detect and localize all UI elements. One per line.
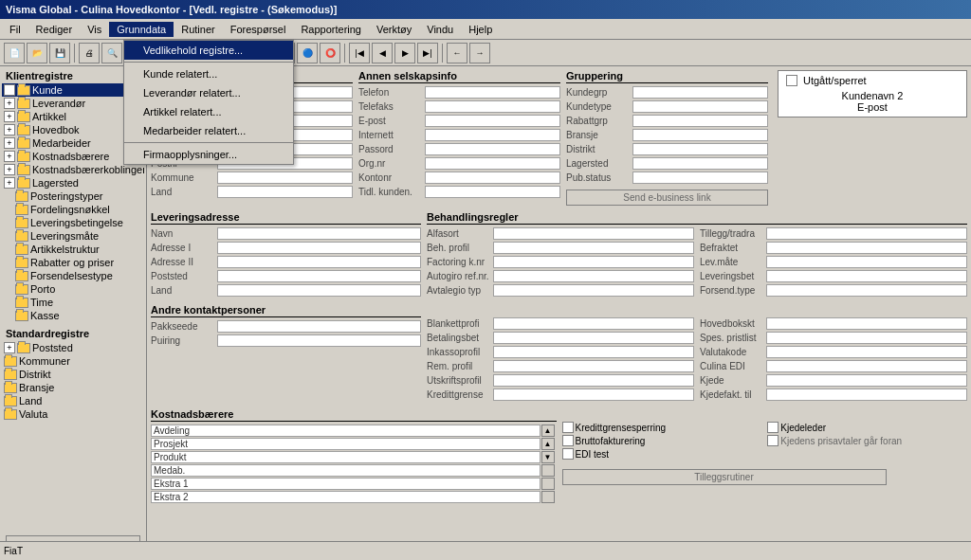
- dropdown-medarbeider[interactable]: Medarbeider relatert...: [124, 121, 293, 140]
- input-kundegrp[interactable]: [632, 86, 768, 99]
- tree-item-porto[interactable]: Porto: [2, 282, 144, 296]
- tree-item-forsendelsestype[interactable]: Forsendelsestype: [2, 269, 144, 282]
- input-ekstra1[interactable]: Ekstra 1: [151, 478, 540, 490]
- input-avtalegiro[interactable]: [493, 284, 694, 297]
- tree-item-poststed[interactable]: + Poststed: [2, 341, 144, 354]
- input-lev-land[interactable]: [217, 284, 421, 297]
- input-medab[interactable]: Medab.: [151, 464, 540, 477]
- input-telefaks[interactable]: [425, 100, 560, 113]
- toolbar-first[interactable]: |◀: [349, 43, 370, 63]
- input-ekstra2[interactable]: Ekstra 2: [151, 491, 540, 503]
- toolbar-print[interactable]: 🖨: [79, 43, 100, 63]
- input-lev-poststed[interactable]: [217, 270, 421, 282]
- input-land[interactable]: [217, 186, 353, 198]
- input-pakkseede[interactable]: [217, 320, 421, 333]
- scroll-prosjekt[interactable]: ▲: [541, 438, 555, 450]
- bruttofakturering-checkbox[interactable]: [562, 435, 574, 446]
- expand-lagersted[interactable]: +: [4, 177, 15, 189]
- dropdown-artikkel[interactable]: Artikkel relatert...: [124, 102, 293, 121]
- input-kjedefakt[interactable]: [766, 388, 967, 401]
- scroll-ekstra1[interactable]: [541, 478, 555, 490]
- toolbar-open[interactable]: 📂: [27, 43, 47, 63]
- input-kredittgrense[interactable]: [493, 388, 694, 401]
- input-behprofil[interactable]: [493, 242, 694, 254]
- expand-kunde[interactable]: +: [4, 84, 15, 96]
- dropdown-kunde[interactable]: Kunde relatert...: [124, 64, 293, 83]
- menu-foresporsel[interactable]: Forespørsel: [223, 22, 294, 37]
- input-passord[interactable]: [425, 143, 560, 155]
- input-tidlkunden[interactable]: [425, 186, 560, 198]
- toolbar-prev[interactable]: ◀: [372, 43, 393, 63]
- input-avdeling[interactable]: Avdeling: [151, 425, 540, 437]
- input-kjede[interactable]: [766, 374, 967, 387]
- scroll-medab[interactable]: [541, 464, 555, 477]
- tree-item-fordelingsnokkel[interactable]: Fordelingsnøkkel: [2, 203, 144, 216]
- menu-vindu[interactable]: Vindu: [419, 22, 461, 37]
- input-blankettprofi[interactable]: [493, 317, 694, 330]
- menu-rapportering[interactable]: Rapportering: [293, 22, 369, 37]
- input-spespristlist[interactable]: [766, 332, 967, 344]
- input-factoringnr[interactable]: [493, 256, 694, 268]
- input-lagersted[interactable]: [632, 157, 768, 170]
- expand-artikkel[interactable]: +: [4, 111, 15, 122]
- tree-item-land[interactable]: Land: [2, 394, 144, 407]
- tree-item-posteringstyper[interactable]: Posteringstyper: [2, 190, 144, 203]
- input-distrikt[interactable]: [632, 143, 768, 155]
- toolbar-next[interactable]: ▶: [394, 43, 415, 63]
- toolbar-last[interactable]: ▶|: [417, 43, 438, 63]
- input-hovedbokskt[interactable]: [766, 317, 967, 330]
- kredittgrensesperring-checkbox[interactable]: [562, 422, 574, 433]
- input-produkt[interactable]: Produkt: [151, 451, 540, 463]
- scroll-ekstra2[interactable]: [541, 491, 555, 503]
- dropdown-vedlikehold[interactable]: Vedlikehold registre...: [124, 41, 293, 60]
- input-rabattgrp[interactable]: [632, 115, 768, 127]
- tree-item-kommuner[interactable]: Kommuner: [2, 354, 144, 368]
- expand-medarbeider[interactable]: +: [4, 137, 15, 149]
- kjedens-prisavtaler-checkbox[interactable]: [767, 435, 779, 446]
- tree-item-leveringsbetingelse[interactable]: Leveringsbetingelse: [2, 216, 144, 229]
- input-bransje[interactable]: [632, 129, 768, 141]
- menu-rutiner[interactable]: Rutiner: [174, 22, 222, 37]
- input-telefon[interactable]: [425, 86, 560, 99]
- utgatt-checkbox[interactable]: [786, 75, 797, 86]
- input-puiring[interactable]: [217, 334, 421, 347]
- dropdown-firmaopplysninger[interactable]: Firmaopplysninger...: [124, 145, 293, 164]
- input-remprofil[interactable]: [493, 360, 694, 372]
- tree-item-valuta[interactable]: Valuta: [2, 407, 144, 421]
- input-autogiro[interactable]: [493, 270, 694, 282]
- expand-hovedbok[interactable]: +: [4, 124, 15, 135]
- tree-item-distrikt[interactable]: Distrikt: [2, 368, 144, 381]
- input-internett[interactable]: [425, 129, 560, 141]
- input-leveringsbet[interactable]: [766, 270, 967, 282]
- toolbar-new[interactable]: 📄: [4, 43, 25, 63]
- toolbar-save[interactable]: 💾: [49, 43, 70, 63]
- toolbar-preview[interactable]: 🔍: [101, 43, 122, 63]
- tree-item-leveringmate[interactable]: Leveringsmåte: [2, 229, 144, 243]
- toolbar-btn7[interactable]: 🔵: [297, 43, 318, 63]
- tree-item-kostnadsbaererkoblinger[interactable]: + Kostnadsbærerkoblinger: [2, 163, 144, 176]
- input-kommune[interactable]: [217, 172, 353, 184]
- toolbar-btn10[interactable]: →: [469, 43, 490, 63]
- ebusiness-button[interactable]: Send e-business link: [566, 190, 768, 206]
- expand-kostnadsbaerere[interactable]: +: [4, 151, 15, 162]
- tilleggsrutiner-button[interactable]: Tilleggsrutiner: [562, 469, 887, 485]
- input-alfasort[interactable]: [493, 227, 694, 240]
- input-valutakode[interactable]: [766, 346, 967, 358]
- dropdown-leverandor[interactable]: Leverandør relatert...: [124, 83, 293, 102]
- expand-poststed[interactable]: +: [4, 342, 15, 353]
- input-lev-adresse2[interactable]: [217, 256, 421, 268]
- tree-item-kasse[interactable]: Kasse: [2, 309, 144, 322]
- expand-kostnadsbaererkoblinger[interactable]: +: [4, 164, 15, 175]
- tree-item-artikkelstruktur[interactable]: Artikkelstruktur: [2, 243, 144, 256]
- toolbar-btn8[interactable]: ⭕: [320, 43, 340, 63]
- input-prosjekt[interactable]: Prosjekt: [151, 438, 540, 450]
- input-epost[interactable]: [425, 115, 560, 127]
- menu-fil[interactable]: Fil: [2, 22, 28, 37]
- input-tillegg[interactable]: [766, 227, 967, 240]
- input-levmate[interactable]: [766, 256, 967, 268]
- tree-item-lagersted[interactable]: + Lagersted: [2, 176, 144, 190]
- input-culinaedi[interactable]: [766, 360, 967, 372]
- input-kundetype[interactable]: [632, 100, 768, 113]
- kjedeleder-checkbox[interactable]: [767, 422, 779, 433]
- input-befraktet[interactable]: [766, 242, 967, 254]
